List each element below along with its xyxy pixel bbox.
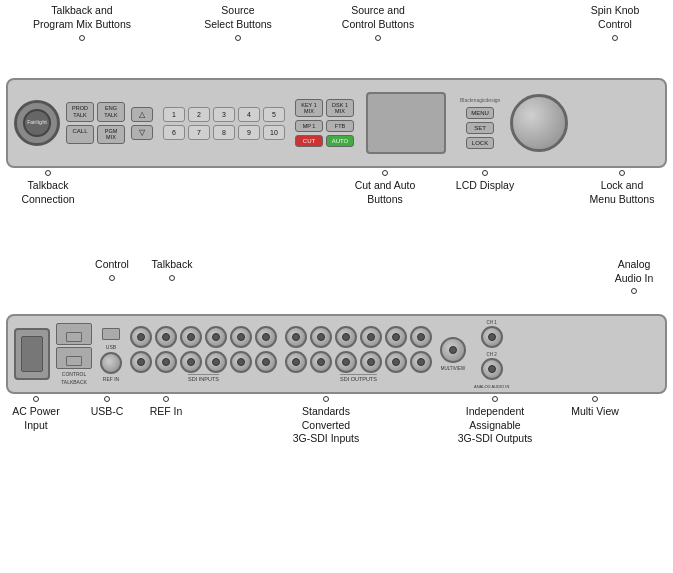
spin-knob[interactable] <box>510 94 568 152</box>
talkback-port-label: TALKBACK <box>61 379 87 385</box>
bnc-in-7 <box>130 351 152 373</box>
label-independent-assignable: IndependentAssignable3G-SDI Outputs <box>442 396 548 446</box>
bnc-in-6 <box>255 326 277 348</box>
bottom-labels-section: AC PowerInput USB-C REF In StandardsConv… <box>0 394 673 504</box>
control-port-label: CONTROL <box>62 371 86 377</box>
label-analog-audio-in: AnalogAudio In <box>600 258 668 294</box>
label-standards-converted: StandardsConverted3G-SDI Inputs <box>276 396 376 446</box>
arrow-buttons-group: △ ▽ <box>131 107 153 140</box>
arrow-down-btn[interactable]: ▽ <box>131 125 153 140</box>
front-panel-wrapper: Fairlight PROD TALK ENG TALK CALL PGM MI… <box>0 78 673 168</box>
bnc-in-5 <box>230 326 252 348</box>
bnc-out-8 <box>310 351 332 373</box>
menu-btn[interactable]: MENU <box>466 107 494 119</box>
audio-ch1-bnc <box>481 326 503 348</box>
sdi-inputs-row2 <box>130 351 277 373</box>
bnc-in-11 <box>230 351 252 373</box>
bnc-in-8 <box>155 351 177 373</box>
xlr-connector: Fairlight <box>14 100 60 146</box>
lock-btn[interactable]: LOCK <box>466 137 494 149</box>
power-inlet <box>14 328 50 380</box>
label-source-control: Source and Control Buttons <box>318 4 438 41</box>
bnc-in-2 <box>155 326 177 348</box>
num-btn-3[interactable]: 3 <box>213 107 235 122</box>
num-btn-9[interactable]: 9 <box>238 125 260 140</box>
key1-mix-btn[interactable]: KEY 1MIX <box>295 99 323 117</box>
sdi-inputs-label: SDI INPUTS <box>188 374 219 382</box>
bnc-out-3 <box>335 326 357 348</box>
number-grid: 1 2 3 4 5 6 7 8 9 10 <box>163 107 285 140</box>
bnc-in-12 <box>255 351 277 373</box>
label-talkback-connection: TalkbackConnection <box>8 170 88 206</box>
rj45-section: CONTROL TALKBACK <box>56 323 92 385</box>
sdi-outputs-row1 <box>285 326 432 348</box>
dsk1-mix-btn[interactable]: DSK 1MIX <box>326 99 354 117</box>
right-buttons-group: MENU SET LOCK <box>466 107 494 149</box>
multiview-bnc <box>440 337 466 363</box>
num-btn-2[interactable]: 2 <box>188 107 210 122</box>
label-usb-c: USB-C <box>82 396 132 419</box>
bnc-in-3 <box>180 326 202 348</box>
auto-btn[interactable]: AUTO <box>326 135 354 148</box>
talk-buttons-group: PROD TALK ENG TALK CALL PGM MIX <box>66 102 125 143</box>
label-talkback-program: Talkback and Program Mix Buttons <box>32 4 132 41</box>
label-cut-auto: Cut and AutoButtons <box>340 170 430 206</box>
bnc-out-6 <box>410 326 432 348</box>
num-btn-4[interactable]: 4 <box>238 107 260 122</box>
label-ref-in: REF In <box>140 396 192 419</box>
usb-refin-section: USB REF IN <box>100 326 122 382</box>
sdi-outputs-label: SDI OUTPUTS <box>340 374 377 382</box>
call-btn[interactable]: CALL <box>66 125 94 144</box>
xlr-inner: Fairlight <box>23 109 51 137</box>
ch2-label: CH 2 <box>487 352 497 357</box>
mp1-btn[interactable]: MP 1 <box>295 120 323 132</box>
pgm-mix-btn[interactable]: PGM MIX <box>97 125 125 144</box>
multiview-label: MULTIVIEW <box>441 366 466 371</box>
arrow-up-btn[interactable]: △ <box>131 107 153 122</box>
multiview-audio-section: MULTIVIEW <box>440 337 466 371</box>
bnc-out-5 <box>385 326 407 348</box>
audio-ch2-bnc <box>481 358 503 380</box>
control-port <box>56 323 92 345</box>
num-btn-10[interactable]: 10 <box>263 125 285 140</box>
prod-talk-btn[interactable]: PROD TALK <box>66 102 94 121</box>
num-btn-5[interactable]: 5 <box>263 107 285 122</box>
bnc-out-1 <box>285 326 307 348</box>
bnc-in-1 <box>130 326 152 348</box>
label-lcd-display: LCD Display <box>450 170 520 193</box>
label-lock-menu: Lock andMenu Buttons <box>578 170 666 206</box>
ch1-label: CH 1 <box>487 320 497 325</box>
num-btn-7[interactable]: 7 <box>188 125 210 140</box>
num-btn-6[interactable]: 6 <box>163 125 185 140</box>
bnc-out-11 <box>385 351 407 373</box>
mid-labels-section: TalkbackConnection Cut and AutoButtons L… <box>0 168 673 256</box>
bnc-out-7 <box>285 351 307 373</box>
num-btn-1[interactable]: 1 <box>163 107 185 122</box>
bnc-out-10 <box>360 351 382 373</box>
sdi-inputs-row1 <box>130 326 277 348</box>
label-spin-knob: Spin Knob Control <box>570 4 660 41</box>
diagram-container: Talkback and Program Mix Buttons Source … <box>0 0 673 504</box>
set-btn[interactable]: SET <box>466 122 494 134</box>
xlr-label: Fairlight <box>27 120 47 126</box>
cut-btn[interactable]: CUT <box>295 135 323 148</box>
ftb-btn[interactable]: FTB <box>326 120 354 132</box>
usb-label: USB <box>106 344 116 350</box>
bnc-out-12 <box>410 351 432 373</box>
lcd-display <box>366 92 446 154</box>
top-labels-section: Talkback and Program Mix Buttons Source … <box>0 0 673 78</box>
analog-audio-section: CH 1 CH 2 ANALOG AUDIO IN <box>474 320 509 389</box>
bnc-in-9 <box>180 351 202 373</box>
back-panel-wrapper: CONTROL TALKBACK USB REF IN <box>0 314 673 394</box>
analog-audio-in-label: ANALOG AUDIO IN <box>474 384 509 389</box>
power-inner <box>21 336 43 372</box>
eng-talk-btn[interactable]: ENG TALK <box>97 102 125 121</box>
num-btn-8[interactable]: 8 <box>213 125 235 140</box>
bnc-in-4 <box>205 326 227 348</box>
label-talkback-back: Talkback <box>142 258 202 281</box>
back-panel: CONTROL TALKBACK USB REF IN <box>6 314 667 394</box>
refin-port <box>100 352 122 374</box>
bnc-out-2 <box>310 326 332 348</box>
label-multi-view: Multi View <box>563 396 627 419</box>
logo-right-section: Blackmagicdesign MENU SET LOCK <box>460 97 500 149</box>
